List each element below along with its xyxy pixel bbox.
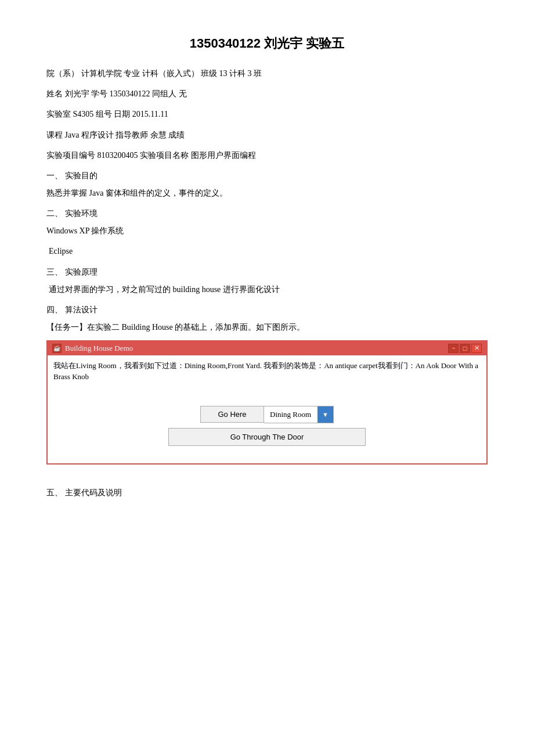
go-through-door-button[interactable]: Go Through The Door (168, 428, 366, 446)
demo-controls-area: Go Here Dining Room ▼ Go Through The Doo… (53, 406, 481, 446)
section-2-heading: 二、 实验环境 (46, 208, 488, 219)
section-2-body-2: Eclipse (46, 244, 488, 258)
dropdown-arrow-icon[interactable]: ▼ (317, 406, 333, 423)
demo-titlebar: ☕ Building House Demo － □ ✕ (48, 341, 486, 355)
page-title: 1350340122 刘光宇 实验五 (46, 35, 488, 52)
section-5-heading: 五、 主要代码及说明 (46, 488, 488, 498)
task-1-heading: 【任务一】在实验二 Building House 的基础上，添加界面。如下图所示… (46, 320, 488, 334)
section-4-heading: 四、 算法设计 (46, 305, 488, 315)
section-3-body: 通过对界面的学习，对之前写过的 building house 进行界面化设计 (46, 282, 488, 297)
room-dropdown[interactable]: Dining Room ▼ (264, 406, 334, 423)
demo-titlebar-title: Building House Demo (65, 344, 133, 353)
info-line-1: 院（系） 计算机学院 专业 计科（嵌入式） 班级 13 计科 3 班 (46, 66, 488, 81)
info-line-2: 姓名 刘光宇 学号 1350340122 同组人 无 (46, 87, 488, 101)
demo-window: ☕ Building House Demo － □ ✕ 我站在Living Ro… (46, 340, 488, 465)
dropdown-label: Dining Room (264, 406, 317, 423)
section-2-body-1: Windows XP 操作系统 (46, 224, 488, 238)
maximize-button[interactable]: □ (460, 344, 470, 353)
section-1-body: 熟悉并掌握 Java 窗体和组件的定义，事件的定义。 (46, 186, 488, 200)
info-line-3: 实验室 S4305 组号 日期 2015.11.11 (46, 107, 488, 121)
demo-text-area: 我站在Living Room，我看到如下过道：Dining Room,Front… (53, 360, 481, 383)
minimize-button[interactable]: － (448, 344, 459, 353)
demo-titlebar-controls: － □ ✕ (448, 344, 482, 353)
demo-content: 我站在Living Room，我看到如下过道：Dining Room,Front… (48, 355, 486, 463)
section-1-heading: 一、 实验目的 (46, 171, 488, 181)
demo-titlebar-left: ☕ Building House Demo (52, 344, 133, 353)
info-line-4: 课程 Java 程序设计 指导教师 余慧 成绩 (46, 128, 488, 142)
info-line-5: 实验项目编号 8103200405 实验项目名称 图形用户界面编程 (46, 148, 488, 163)
go-here-button[interactable]: Go Here (200, 406, 264, 423)
go-here-row: Go Here Dining Room ▼ (200, 406, 334, 423)
section-3-heading: 三、 实验原理 (46, 267, 488, 278)
close-button[interactable]: ✕ (471, 344, 482, 353)
demo-app-icon: ☕ (52, 344, 62, 353)
